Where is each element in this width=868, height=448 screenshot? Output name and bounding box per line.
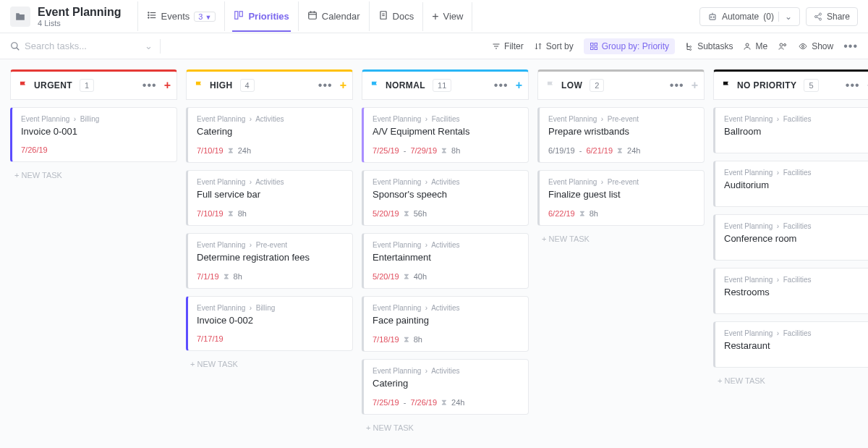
new-task-button[interactable]: + NEW TASK bbox=[10, 162, 177, 188]
task-card[interactable]: Event Planning › ActivitiesFace painting… bbox=[362, 296, 529, 352]
search-input[interactable] bbox=[25, 41, 111, 51]
column-add[interactable]: + bbox=[340, 79, 346, 92]
filter-button[interactable]: Filter bbox=[492, 41, 524, 51]
date-start: 7/1/19 bbox=[197, 272, 219, 281]
view-view[interactable]: +View bbox=[422, 2, 472, 31]
column-add[interactable]: + bbox=[516, 79, 522, 92]
column-add[interactable]: + bbox=[164, 79, 171, 92]
task-card[interactable]: Event Planning › ActivitiesEntertainment… bbox=[362, 233, 529, 289]
task-card[interactable]: Event Planning › ActivitiesCatering7/25/… bbox=[362, 359, 529, 415]
group-icon bbox=[590, 42, 598, 51]
card-breadcrumb: Event Planning › Facilities bbox=[724, 115, 868, 123]
column-header: LOW2•••+ bbox=[537, 69, 705, 100]
group-button[interactable]: Group by: Priority bbox=[584, 38, 675, 54]
card-breadcrumb: Event Planning › Activities bbox=[197, 178, 344, 186]
task-card[interactable]: Event Planning › FacilitiesAuditorium bbox=[713, 161, 868, 207]
hourglass-icon: ⧗ bbox=[224, 271, 229, 281]
more-button[interactable]: ••• bbox=[843, 40, 858, 53]
search-icon bbox=[10, 41, 20, 51]
column-high: HIGH4•••+Event Planning › ActivitiesCate… bbox=[186, 69, 353, 438]
card-breadcrumb: Event Planning › Facilities bbox=[724, 329, 868, 337]
column-more[interactable]: ••• bbox=[318, 79, 333, 92]
subtasks-icon bbox=[685, 42, 694, 51]
new-task-button[interactable]: + NEW TASK bbox=[362, 415, 529, 441]
column-title: URGENT bbox=[34, 80, 72, 90]
robot-icon bbox=[707, 12, 718, 22]
me-button[interactable]: Me bbox=[743, 41, 767, 51]
task-card[interactable]: Event Planning › FacilitiesBallroom bbox=[713, 107, 868, 153]
column-more[interactable]: ••• bbox=[494, 79, 509, 92]
task-card[interactable]: Event Planning › Pre-eventDetermine regi… bbox=[186, 233, 353, 289]
view-docs[interactable]: Docs bbox=[369, 1, 423, 31]
kanban-board: URGENT1•••+Event Planning › BillingInvoi… bbox=[0, 59, 868, 448]
svg-point-36 bbox=[780, 43, 783, 46]
task-card[interactable]: Event Planning › ActivitiesFull service … bbox=[186, 170, 353, 226]
view-priorities[interactable]: Priorities bbox=[224, 1, 297, 31]
estimate: 8h bbox=[238, 209, 247, 218]
date-start: 6/19/19 bbox=[548, 146, 575, 155]
task-card[interactable]: Event Planning › ActivitiesSponsor's spe… bbox=[362, 170, 529, 226]
task-card[interactable]: Event Planning › FacilitiesConference ro… bbox=[713, 214, 868, 261]
assignees-button[interactable] bbox=[778, 42, 788, 51]
task-card[interactable]: Event Planning › Pre-eventFinalize guest… bbox=[537, 170, 705, 226]
share-button[interactable]: Share bbox=[806, 7, 858, 26]
column-more[interactable]: ••• bbox=[846, 79, 860, 92]
date-end: 7/26/19 bbox=[410, 398, 437, 407]
hourglass-icon: ⧗ bbox=[617, 145, 623, 155]
task-card[interactable]: Event Planning › FacilitiesA/V Equipment… bbox=[362, 107, 529, 163]
new-task-button[interactable]: + NEW TASK bbox=[537, 226, 705, 252]
column-urgent: URGENT1•••+Event Planning › BillingInvoi… bbox=[10, 69, 177, 438]
card-breadcrumb: Event Planning › Activities bbox=[373, 304, 519, 312]
task-card[interactable]: Event Planning › ActivitiesCatering7/10/… bbox=[186, 107, 353, 163]
header-right: Automate (0) ⌄ Share bbox=[699, 7, 858, 26]
eye-icon bbox=[798, 42, 808, 51]
card-meta: 7/25/19-7/29/19⧗8h bbox=[373, 145, 519, 155]
svg-rect-7 bbox=[240, 12, 243, 17]
svg-rect-31 bbox=[590, 47, 593, 50]
task-card[interactable]: Event Planning › BillingInvoice 0-0017/2… bbox=[10, 107, 177, 162]
svg-point-24 bbox=[12, 42, 17, 48]
card-title: A/V Equipment Rentals bbox=[373, 126, 519, 137]
estimate: 8h bbox=[451, 146, 460, 155]
date-start: 7/10/19 bbox=[197, 146, 224, 155]
hourglass-icon: ⧗ bbox=[228, 208, 234, 218]
task-card[interactable]: Event Planning › FacilitiesRestaraunt bbox=[713, 321, 868, 368]
card-title: Invoice 0-002 bbox=[197, 315, 344, 326]
card-title: Catering bbox=[197, 126, 344, 137]
automate-count: (0) bbox=[763, 12, 774, 22]
automate-button[interactable]: Automate (0) ⌄ bbox=[699, 7, 800, 26]
column-add[interactable]: + bbox=[692, 79, 698, 92]
card-title: Catering bbox=[373, 378, 519, 389]
view-badge: 3 ▼ bbox=[194, 12, 216, 22]
toolbar-right: Filter Sort by Group by: Priority Subtas… bbox=[492, 38, 858, 54]
card-title: Face painting bbox=[373, 315, 519, 326]
new-task-button[interactable]: + NEW TASK bbox=[713, 368, 868, 394]
sort-button[interactable]: Sort by bbox=[534, 41, 574, 51]
subtasks-button[interactable]: Subtasks bbox=[685, 41, 733, 51]
hourglass-icon: ⧗ bbox=[441, 145, 447, 155]
column-more[interactable]: ••• bbox=[142, 79, 157, 92]
column-title: LOW bbox=[561, 80, 582, 90]
column-count: 11 bbox=[433, 79, 451, 92]
card-title: Ballroom bbox=[724, 126, 868, 137]
card-meta: 7/25/19-7/26/19⧗24h bbox=[373, 397, 519, 407]
people-icon bbox=[778, 42, 788, 51]
automate-label: Automate bbox=[722, 12, 759, 22]
task-card[interactable]: Event Planning › FacilitiesRestrooms bbox=[713, 268, 868, 314]
view-events[interactable]: Events3 ▼ bbox=[137, 1, 225, 31]
column-header: NORMAL11•••+ bbox=[362, 69, 529, 100]
column-more[interactable]: ••• bbox=[670, 79, 684, 92]
date-start: 7/18/19 bbox=[373, 335, 399, 344]
new-task-button[interactable]: + NEW TASK bbox=[186, 351, 353, 377]
task-card[interactable]: Event Planning › BillingInvoice 0-0027/1… bbox=[186, 296, 353, 351]
date-start: 7/25/19 bbox=[373, 398, 399, 407]
card-meta: 7/26/19 bbox=[21, 145, 168, 154]
view-calendar[interactable]: Calendar bbox=[298, 1, 369, 31]
plus-icon: + bbox=[432, 11, 438, 22]
show-button[interactable]: Show bbox=[798, 41, 833, 51]
column-title: NORMAL bbox=[386, 80, 425, 90]
card-breadcrumb: Event Planning › Pre-event bbox=[548, 115, 695, 123]
toolbar: ⌄ Filter Sort by Group by: Priority Subt… bbox=[0, 33, 868, 59]
chevron-down-icon[interactable]: ⌄ bbox=[145, 41, 153, 51]
task-card[interactable]: Event Planning › Pre-eventPrepare wristb… bbox=[537, 107, 705, 163]
